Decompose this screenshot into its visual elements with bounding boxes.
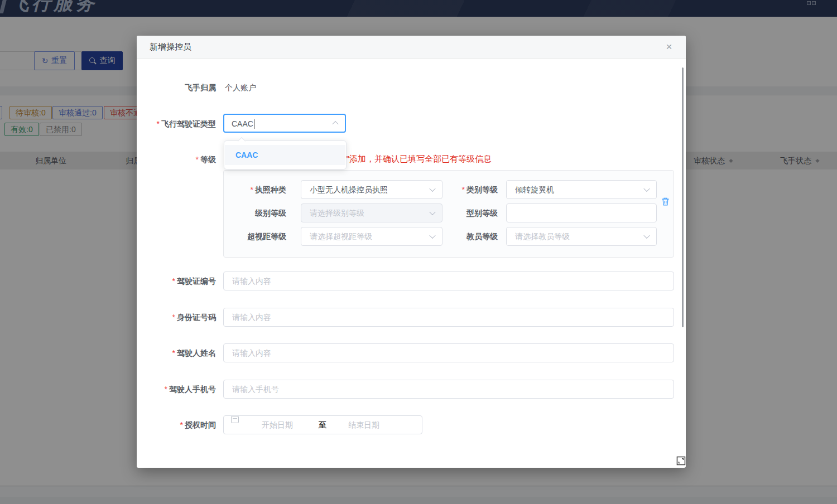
category-select[interactable]: 倾转旋翼机 xyxy=(506,180,657,199)
category-label: *类别等级 xyxy=(413,184,498,195)
calendar-icon xyxy=(231,416,239,423)
instructor-label: 教员等级 xyxy=(413,231,498,242)
required-asterisk: * xyxy=(172,313,175,322)
required-asterisk: * xyxy=(172,277,175,285)
dropdown-arrow xyxy=(238,137,246,145)
date-separator: 至 xyxy=(319,416,326,434)
required-asterisk: * xyxy=(157,119,160,128)
grade-placeholder: 请选择级别等级 xyxy=(310,204,364,222)
license-kind-value: 小型无人机操控员执照 xyxy=(310,181,388,198)
license-kind-label: *执照种类 xyxy=(228,184,286,195)
required-asterisk: * xyxy=(172,348,175,357)
modal-title: 新增操控员 xyxy=(150,42,191,52)
level-panel: *执照种类 小型无人机操控员执照 *类别等级 倾转旋翼机 级别等级 请选择级别等… xyxy=(223,170,674,258)
auth-time-label: *授权时间 xyxy=(148,419,216,430)
grade-label: 级别等级 xyxy=(228,207,286,219)
pilot-phone-label: *驾驶人手机号 xyxy=(148,384,216,395)
bvlos-label: 超视距等级 xyxy=(228,231,286,242)
chevron-down-icon xyxy=(643,186,650,192)
license-type-label: *飞行驾驶证类型 xyxy=(148,118,216,129)
end-date-input[interactable]: 结束日期 xyxy=(348,416,379,434)
id-no-input[interactable] xyxy=(223,308,674,327)
owner-value: 个人账户 xyxy=(225,82,256,93)
instructor-select[interactable]: 请选择教员等级 xyxy=(506,227,657,246)
required-asterisk: * xyxy=(180,420,183,429)
license-no-input[interactable] xyxy=(223,272,674,290)
required-asterisk: * xyxy=(165,385,167,394)
model-label: 型别等级 xyxy=(413,207,498,219)
select-dropdown: CAAC xyxy=(224,140,347,169)
instructor-placeholder: 请选择教员等级 xyxy=(515,227,570,245)
add-operator-modal: 新增操控员 × 飞手归属 个人账户 *飞行驾驶证类型 CAAC CAAC *等级… xyxy=(137,36,686,468)
fullscreen-button[interactable] xyxy=(676,456,686,466)
bvlos-placeholder: 请选择超视距等级 xyxy=(310,227,372,245)
modal-scrollbar-thumb[interactable] xyxy=(682,67,684,327)
chevron-up-icon xyxy=(332,121,338,127)
date-range-picker[interactable]: 开始日期 至 结束日期 xyxy=(223,415,422,434)
delete-level-button[interactable] xyxy=(661,197,671,208)
pilot-phone-input[interactable] xyxy=(223,380,674,399)
dropdown-option-caac[interactable]: CAAC xyxy=(225,145,345,165)
pilot-name-label: *驾驶人姓名 xyxy=(148,347,216,358)
category-value: 倾转旋翼机 xyxy=(515,181,554,198)
model-input[interactable] xyxy=(506,203,657,222)
trash-icon xyxy=(661,197,670,206)
close-icon: × xyxy=(666,41,672,52)
text-cursor xyxy=(254,119,254,129)
license-type-select[interactable]: CAAC xyxy=(223,114,346,133)
modal-header: 新增操控员 × xyxy=(137,36,686,59)
license-type-value: CAAC xyxy=(232,115,253,133)
owner-label: 飞手归属 xyxy=(148,82,216,93)
screen: 飞行服务 ↻ 重置 查询 待审核:0 审核通过:0 审核不通过:0 有效:0 已… xyxy=(0,0,837,504)
required-asterisk: * xyxy=(196,155,199,164)
fullscreen-icon xyxy=(676,456,686,466)
modal-close-button[interactable]: × xyxy=(662,40,676,54)
license-no-label: *驾驶证编号 xyxy=(148,275,216,287)
required-asterisk: * xyxy=(251,185,253,194)
level-hint-text: +"添加，并确认已填写全部已有等级信息 xyxy=(341,154,492,164)
chevron-down-icon xyxy=(643,232,650,239)
level-label: *等级 xyxy=(148,154,216,165)
required-asterisk: * xyxy=(462,185,465,194)
pilot-name-input[interactable] xyxy=(223,343,674,362)
id-no-label: *身份证号码 xyxy=(148,312,216,323)
start-date-input[interactable]: 开始日期 xyxy=(262,416,293,434)
